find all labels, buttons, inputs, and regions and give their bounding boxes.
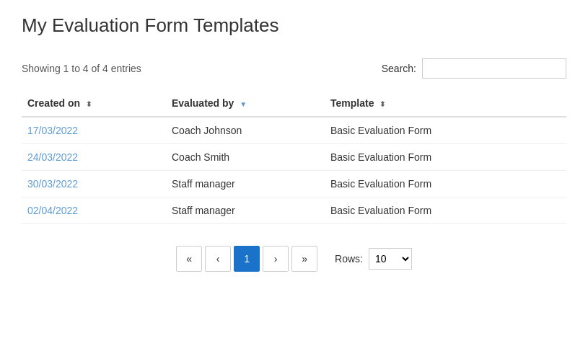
cell-template: Basic Evaluation Form [325,197,566,224]
cell-evaluated-by: Coach Johnson [166,117,325,144]
rows-per-page-select[interactable]: 102550100 [369,248,412,270]
pagination: « ‹ 1 › » Rows: 102550100 [176,246,412,272]
first-page-button[interactable]: « [176,246,202,272]
cell-created-on[interactable]: 30/03/2022 [22,171,166,197]
cell-template: Basic Evaluation Form [325,171,566,197]
sort-icon-evaluated: ▼ [240,100,247,108]
last-page-button[interactable]: » [291,246,317,272]
cell-created-on[interactable]: 02/04/2022 [22,197,166,224]
prev-page-button[interactable]: ‹ [205,246,231,272]
col-header-evaluated-by[interactable]: Evaluated by ▼ [166,90,325,117]
cell-template: Basic Evaluation Form [325,117,566,144]
table-header-row: Created on ⬍ Evaluated by ▼ Template ⬍ [22,90,566,117]
next-page-button[interactable]: › [263,246,289,272]
sort-icon-created: ⬍ [86,100,92,108]
cell-evaluated-by: Staff manager [166,171,325,197]
page-title: My Evaluation Form Templates [22,14,566,37]
table-row: 24/03/2022Coach SmithBasic Evaluation Fo… [22,144,566,171]
rows-label: Rows: [335,253,363,265]
cell-evaluated-by: Coach Smith [166,144,325,171]
col-header-template[interactable]: Template ⬍ [325,90,566,117]
sort-icon-template: ⬍ [379,100,385,108]
table-row: 02/04/2022Staff managerBasic Evaluation … [22,197,566,224]
table-row: 17/03/2022Coach JohnsonBasic Evaluation … [22,117,566,144]
rows-per-page-area: Rows: 102550100 [335,248,412,270]
cell-evaluated-by: Staff manager [166,197,325,224]
col-header-created-on[interactable]: Created on ⬍ [22,90,166,117]
cell-created-on[interactable]: 17/03/2022 [22,117,166,144]
current-page-button[interactable]: 1 [234,246,260,272]
showing-text: Showing 1 to 4 of 4 entries [22,63,141,74]
search-input[interactable] [422,58,566,79]
top-bar: Showing 1 to 4 of 4 entries Search: [22,58,566,79]
search-label: Search: [382,63,416,74]
search-area: Search: [382,58,566,79]
pagination-row: « ‹ 1 › » Rows: 102550100 [22,239,566,272]
table-row: 30/03/2022Staff managerBasic Evaluation … [22,171,566,197]
table-body: 17/03/2022Coach JohnsonBasic Evaluation … [22,117,566,224]
evaluation-table: Created on ⬍ Evaluated by ▼ Template ⬍ 1… [22,90,566,224]
cell-created-on[interactable]: 24/03/2022 [22,144,166,171]
cell-template: Basic Evaluation Form [325,144,566,171]
